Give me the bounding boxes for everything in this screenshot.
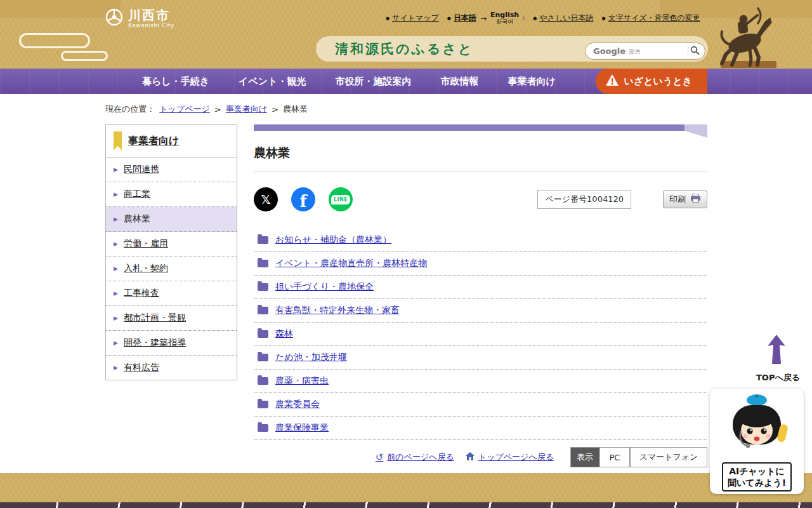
back-to-top-button[interactable]: TOPへ戻る [756, 335, 797, 384]
category-link-ninaite[interactable]: 担い手づくり・農地保全 [275, 281, 374, 293]
sidebar-item-label: 工事検査 [124, 288, 159, 299]
divider: ⁞ [523, 15, 525, 22]
back-arrow-icon: ↺ [376, 451, 384, 463]
pc-view-button[interactable]: PC [599, 447, 630, 467]
breadcrumb-current: 農林業 [283, 104, 308, 115]
easy-japanese-link[interactable]: やさしい日本語 [539, 13, 593, 23]
search-icon [690, 46, 700, 57]
nav-item-business[interactable]: 事業者向け [508, 76, 555, 88]
text-size-link[interactable]: 文字サイズ・背景色の変更 [608, 13, 700, 23]
category-row: 農薬・病害虫 [254, 370, 707, 393]
bookmark-icon [114, 131, 122, 150]
sidebar-item-kaihatsu-kenchiku[interactable]: ▶ 開発・建築指導 [106, 331, 237, 356]
category-list: お知らせ・補助金（農林業） イベント・農産物直売所・農林特産物 担い手づくり・農… [254, 229, 707, 440]
page-toolbar: 𝕏 f LINE ページ番号1004120 印刷 [254, 187, 707, 211]
triangle-bullet-icon: ▶ [114, 340, 118, 346]
sidebar-item-minkan-renkei[interactable]: ▶ 民間連携 [106, 157, 237, 182]
korean-link[interactable]: 한국어 [490, 19, 519, 25]
nav-items: 暮らし・手続き イベント・観光 市役所・施設案内 市政情報 事業者向け [142, 76, 556, 88]
emergency-button[interactable]: いざというとき [596, 69, 707, 94]
nav-item-cityinfo[interactable]: 市政情報 [440, 76, 478, 88]
nav-item-events[interactable]: イベント・観光 [239, 76, 306, 88]
sidebar-title-link[interactable]: 事業者向け [128, 135, 179, 148]
triangle-bullet-icon: ▶ [114, 217, 118, 222]
sidebar-item-label: 民間連携 [124, 164, 159, 175]
folder-icon [258, 236, 268, 244]
category-row: 森林 [254, 323, 707, 346]
ai-chat-label: AIチャットに 聞いてみよう! [722, 462, 792, 491]
folder-icon [258, 354, 268, 361]
sidebar-item-toshi-keikaku[interactable]: ▶ 都市計画・景観 [106, 306, 237, 331]
category-link-event[interactable]: イベント・農産物直売所・農林特産物 [275, 258, 427, 269]
cloud-decoration [61, 51, 108, 61]
back-page-label: 前のページへ戻る [387, 451, 454, 463]
search-button[interactable] [688, 44, 702, 58]
sidebar-item-nyusatsu-keiyaku[interactable]: ▶ 入札・契約 [106, 257, 237, 281]
language-switcher[interactable]: English 한국어 [490, 11, 519, 25]
category-row: 農業委員会 [254, 393, 707, 417]
line-share-icon[interactable]: LINE [329, 187, 353, 211]
ai-chat-label-line2: 聞いてみよう! [728, 477, 786, 488]
search-input[interactable]: Google 提供 [585, 43, 705, 60]
folder-icon [258, 307, 268, 314]
site-header: 川西市 Kawanishi City ● サイトマップ ● 日本語 → Engl… [0, 0, 812, 69]
folder-icon [258, 283, 268, 291]
nav-item-living[interactable]: 暮らし・手続き [142, 76, 209, 88]
ai-chat-widget[interactable]: AIチャットに 聞いてみよう! [710, 389, 804, 494]
sidebar-header: 事業者向け [106, 125, 237, 157]
category-link-tameike[interactable]: ため池・加茂井堰 [275, 352, 347, 363]
site-footer [0, 473, 812, 508]
category-row: お知らせ・補助金（農林業） [254, 229, 707, 252]
folder-icon [258, 424, 268, 432]
triangle-bullet-icon: ▶ [114, 192, 118, 197]
category-link-oshirase[interactable]: お知らせ・補助金（農林業） [275, 234, 391, 246]
top-page-link[interactable]: トップページへ戻る [466, 451, 554, 463]
accent-bar-wedge [684, 131, 707, 138]
smartphone-view-button[interactable]: スマートフォン [630, 447, 707, 467]
category-link-nogyo-iinkai[interactable]: 農業委員会 [275, 399, 320, 410]
utility-links: ● サイトマップ ● 日本語 → English 한국어 ⁞ ● やさしい日本語… [386, 11, 700, 25]
accent-bar-light [684, 124, 707, 131]
category-link-yugai-chojyu[interactable]: 有害鳥獣・特定外来生物・家畜 [275, 305, 400, 316]
sitemap-link[interactable]: サイトマップ [392, 13, 439, 23]
sidebar-item-label: 都市計画・景観 [124, 312, 186, 324]
category-link-noyaku[interactable]: 農薬・病害虫 [275, 375, 329, 387]
category-link-nogyo-hoken[interactable]: 農業保険事業 [275, 422, 329, 434]
home-icon [466, 452, 475, 462]
warning-icon [605, 74, 619, 89]
triangle-bullet-icon: ▶ [114, 291, 118, 297]
back-page-link[interactable]: ↺ 前のページへ戻る [376, 451, 454, 463]
japanese-link[interactable]: 日本語 [454, 13, 476, 23]
breadcrumb-home-link[interactable]: トップページ [159, 104, 210, 115]
emergency-label: いざというとき [624, 76, 692, 88]
city-logo[interactable]: 川西市 Kawanishi City [105, 8, 174, 29]
category-row: イベント・農産物直売所・農林特産物 [254, 252, 707, 276]
print-button[interactable]: 印刷 [663, 190, 707, 208]
top-page-label: トップページへ戻る [478, 451, 554, 463]
sidebar-item-norin-gyo[interactable]: ▶ 農林業 [106, 207, 237, 232]
category-row: 有害鳥獣・特定外来生物・家畜 [254, 299, 707, 323]
up-arrow-icon [767, 356, 786, 368]
city-emblem-icon [105, 8, 123, 29]
sidebar-item-label: 商工業 [124, 189, 150, 200]
social-share-icons: 𝕏 f LINE [254, 187, 353, 211]
x-share-icon[interactable]: 𝕏 [254, 187, 278, 211]
city-name-en: Kawanishi City [128, 22, 174, 29]
main-navigation: 暮らし・手続き イベント・観光 市役所・施設案内 市政情報 事業者向け いざとい… [0, 69, 812, 94]
category-link-shinrin[interactable]: 森林 [275, 328, 293, 340]
triangle-bullet-icon: ▶ [114, 365, 118, 371]
facebook-share-icon[interactable]: f [291, 187, 315, 211]
sidebar-item-label: 入札・契約 [124, 263, 168, 274]
cloud-decoration [19, 33, 90, 48]
sidebar-item-koji-kensa[interactable]: ▶ 工事検査 [106, 281, 237, 306]
display-label-button: 表示 [570, 447, 599, 467]
sidebar-item-rodo-koyo[interactable]: ▶ 労働・雇用 [106, 232, 237, 257]
breadcrumb-section-link[interactable]: 事業者向け [226, 104, 267, 115]
nav-item-cityhall[interactable]: 市役所・施設案内 [335, 76, 411, 88]
sidebar-item-shokogyo[interactable]: ▶ 商工業 [106, 182, 237, 207]
sidebar-item-yuryo-kokoku[interactable]: ▶ 有料広告 [106, 356, 237, 380]
folder-icon [258, 260, 268, 267]
footer-tick-strip [0, 502, 812, 508]
bullet-icon: ● [386, 16, 390, 21]
breadcrumb-prefix: 現在の位置： [105, 104, 155, 115]
